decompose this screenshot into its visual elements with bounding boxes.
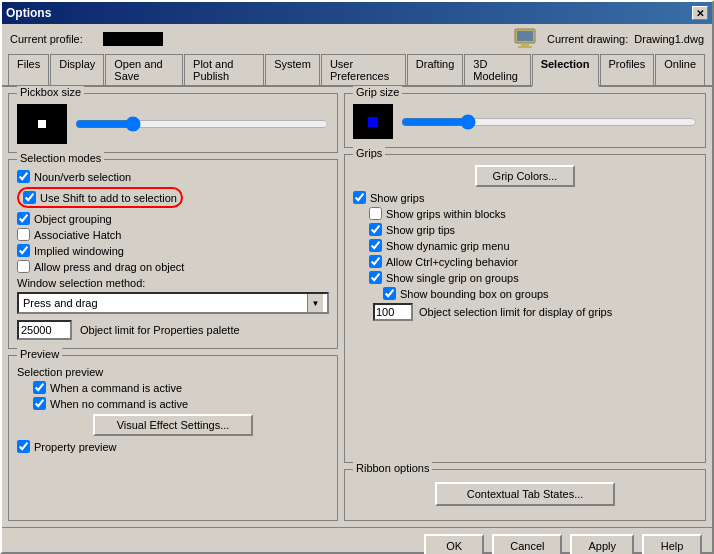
window-selection-dropdown[interactable]: Press and drag ▼ (17, 292, 329, 314)
object-limit-label: Object limit for Properties palette (80, 324, 240, 336)
show-dynamic-grip-row: Show dynamic grip menu (353, 239, 697, 252)
property-preview-label: Property preview (34, 441, 117, 453)
object-grouping-row: Object grouping (17, 212, 329, 225)
window-selection-label: Window selection method: (17, 277, 329, 289)
pickbox-slider-container (75, 114, 329, 134)
property-preview-checkbox[interactable] (17, 440, 30, 453)
grips-title: Grips (353, 147, 385, 159)
press-drag-row: Allow press and drag on object (17, 260, 329, 273)
tab-files[interactable]: Files (8, 54, 49, 85)
grip-size-slider-container (401, 112, 697, 132)
show-dynamic-grip-label: Show dynamic grip menu (386, 240, 510, 252)
show-single-grip-checkbox[interactable] (369, 271, 382, 284)
show-grips-row: Show grips (353, 191, 697, 204)
assoc-hatch-checkbox[interactable] (17, 228, 30, 241)
bottom-bar: OK Cancel Apply Help (2, 527, 712, 554)
when-command-active-label: When a command is active (50, 382, 182, 394)
window-title: Options (6, 6, 51, 20)
pickbox-preview (17, 104, 67, 144)
options-window: Options ✕ Current profile: Current drawi… (0, 0, 714, 554)
ribbon-title: Ribbon options (353, 462, 432, 474)
tab-selection[interactable]: Selection (532, 54, 599, 87)
tab-plot-publish[interactable]: Plot and Publish (184, 54, 264, 85)
svg-rect-2 (521, 43, 529, 46)
implied-window-row: Implied windowing (17, 244, 329, 257)
svg-rect-3 (518, 46, 532, 48)
window-selection-area: Window selection method: Press and drag … (17, 277, 329, 314)
help-button[interactable]: Help (642, 534, 702, 554)
object-limit-row: Object limit for Properties palette (17, 320, 329, 340)
show-single-grip-label: Show single grip on groups (386, 272, 519, 284)
current-drawing-area: Current drawing: Drawing1.dwg (513, 28, 704, 50)
grips-group: Grips Grip Colors... Show grips Show gri… (344, 154, 706, 463)
current-drawing-label: Current drawing: (547, 33, 628, 45)
tab-bar: Files Display Open and Save Plot and Pub… (2, 54, 712, 87)
grip-size-preview (353, 104, 393, 139)
visual-effects-button[interactable]: Visual Effect Settings... (93, 414, 253, 436)
pickbox-slider[interactable] (75, 116, 329, 132)
shift-add-checkbox[interactable] (23, 191, 36, 204)
dropdown-arrow-icon: ▼ (307, 294, 323, 312)
assoc-hatch-row: Associative Hatch (17, 228, 329, 241)
show-grips-blocks-checkbox[interactable] (369, 207, 382, 220)
selection-modes-title: Selection modes (17, 152, 104, 164)
title-bar: Options ✕ (2, 2, 712, 24)
property-preview-row: Property preview (17, 440, 329, 453)
allow-ctrl-cycling-label: Allow Ctrl+cycling behavior (386, 256, 518, 268)
tab-user-prefs[interactable]: User Preferences (321, 54, 406, 85)
show-grips-checkbox[interactable] (353, 191, 366, 204)
main-content: Pickbox size Selection modes Noun/ve (2, 87, 712, 527)
when-command-active-checkbox[interactable] (33, 381, 46, 394)
selection-modes-group: Selection modes Noun/verb selection Use … (8, 159, 338, 349)
object-grouping-checkbox[interactable] (17, 212, 30, 225)
when-no-command-checkbox[interactable] (33, 397, 46, 410)
tab-3d-modeling[interactable]: 3D Modeling (464, 54, 530, 85)
current-profile-label: Current profile: (10, 33, 83, 45)
preview-group: Preview Selection preview When a command… (8, 355, 338, 521)
tab-drafting[interactable]: Drafting (407, 54, 464, 85)
when-command-active-row: When a command is active (17, 381, 329, 394)
dropdown-value: Press and drag (23, 297, 307, 309)
selection-preview-label: Selection preview (17, 366, 329, 378)
cancel-button[interactable]: Cancel (492, 534, 562, 554)
show-grips-label: Show grips (370, 192, 424, 204)
pickbox-area (17, 104, 329, 144)
close-button[interactable]: ✕ (692, 6, 708, 20)
show-dynamic-grip-checkbox[interactable] (369, 239, 382, 252)
apply-button[interactable]: Apply (570, 534, 634, 554)
drawing-name: Drawing1.dwg (634, 33, 704, 45)
allow-ctrl-cycling-checkbox[interactable] (369, 255, 382, 268)
object-limit-input[interactable] (17, 320, 72, 340)
selection-modes-list: Noun/verb selection Use Shift to add to … (17, 170, 329, 273)
shift-add-highlight: Use Shift to add to selection (17, 187, 183, 208)
grip-square (368, 117, 378, 127)
show-bounding-box-checkbox[interactable] (383, 287, 396, 300)
grip-limit-row: Object selection limit for display of gr… (353, 303, 697, 321)
object-grouping-label: Object grouping (34, 213, 112, 225)
show-bounding-box-label: Show bounding box on groups (400, 288, 549, 300)
noun-verb-label: Noun/verb selection (34, 171, 131, 183)
tab-open-save[interactable]: Open and Save (105, 54, 183, 85)
preview-title: Preview (17, 348, 62, 360)
tab-online[interactable]: Online (655, 54, 705, 85)
show-grips-blocks-label: Show grips within blocks (386, 208, 506, 220)
noun-verb-checkbox[interactable] (17, 170, 30, 183)
contextual-tab-states-button[interactable]: Contextual Tab States... (435, 482, 615, 506)
press-drag-checkbox[interactable] (17, 260, 30, 273)
grip-colors-button[interactable]: Grip Colors... (475, 165, 575, 187)
ok-button[interactable]: OK (424, 534, 484, 554)
when-no-command-label: When no command is active (50, 398, 188, 410)
grip-size-slider[interactable] (401, 114, 697, 130)
show-grip-tips-checkbox[interactable] (369, 223, 382, 236)
show-single-grip-row: Show single grip on groups (353, 271, 697, 284)
implied-window-checkbox[interactable] (17, 244, 30, 257)
show-grip-tips-label: Show grip tips (386, 224, 455, 236)
grip-limit-input[interactable] (373, 303, 413, 321)
tab-display[interactable]: Display (50, 54, 104, 85)
tab-system[interactable]: System (265, 54, 320, 85)
tab-profiles[interactable]: Profiles (600, 54, 655, 85)
pickbox-title: Pickbox size (17, 86, 84, 98)
pickbox-group: Pickbox size (8, 93, 338, 153)
svg-rect-1 (517, 31, 533, 41)
press-drag-label: Allow press and drag on object (34, 261, 184, 273)
